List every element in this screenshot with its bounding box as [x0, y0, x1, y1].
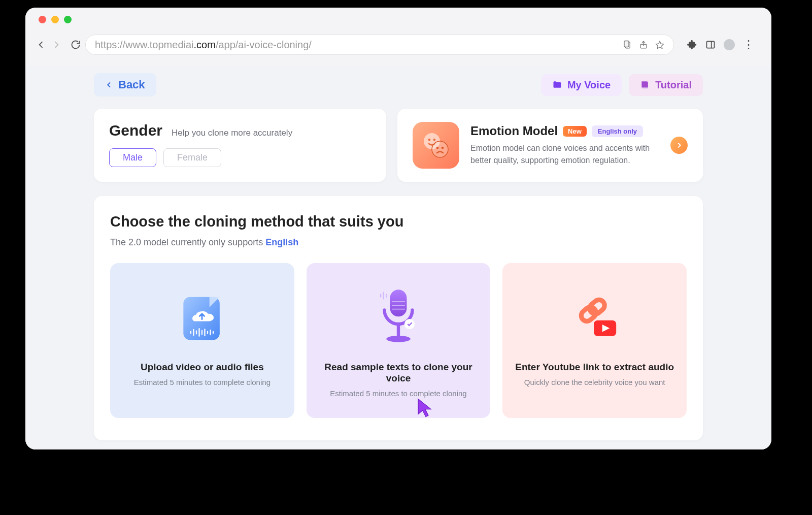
- tutorial-label: Tutorial: [655, 79, 692, 91]
- back-label: Back: [118, 78, 145, 91]
- svg-rect-6: [641, 87, 648, 88]
- method-subtext-lang: English: [265, 237, 298, 247]
- book-icon: [640, 80, 650, 90]
- star-icon[interactable]: [655, 40, 664, 49]
- new-badge: New: [563, 126, 587, 137]
- browser-ext-icons: ⋮: [678, 39, 761, 50]
- svg-rect-34: [587, 298, 606, 316]
- youtube-title: Enter Youtube link to extract audio: [513, 362, 676, 373]
- emotion-arrow-icon[interactable]: [670, 137, 688, 154]
- nav-forward-icon[interactable]: [51, 39, 62, 50]
- content-container: Back My Voice Tutorial Gender: [94, 66, 703, 440]
- method-card-youtube[interactable]: Enter Youtube link to extract audio Quic…: [502, 263, 687, 418]
- method-subtext: The 2.0 model currently only supports En…: [110, 237, 687, 248]
- youtube-title-pre: Enter: [515, 362, 543, 372]
- youtube-desc: Quickly clone the celebrity voice you wa…: [513, 378, 676, 387]
- svg-point-11: [436, 147, 439, 149]
- page-header-row: Back My Voice Tutorial: [94, 73, 703, 96]
- address-bar[interactable]: https://www.topmediai.com/app/ai-voice-c…: [85, 35, 674, 55]
- url-path: /app/ai-voice-cloning/: [216, 39, 312, 51]
- gender-option-female[interactable]: Female: [163, 148, 221, 167]
- upload-cloud-icon: [120, 285, 284, 351]
- share-icon[interactable]: [639, 40, 648, 49]
- svg-point-12: [442, 147, 444, 149]
- my-voice-label: My Voice: [567, 79, 611, 91]
- browser-chrome: https://www.topmediai.com/app/ai-voice-c…: [25, 8, 771, 66]
- upload-title: Upload video or audio files: [120, 362, 284, 373]
- url-domain-suffix: .com: [194, 39, 216, 51]
- window-maximize-icon[interactable]: [64, 16, 72, 23]
- gender-title: Gender: [109, 122, 162, 139]
- emotion-desc: Emotion model can clone voices and accen…: [470, 142, 659, 167]
- gender-card: Gender Help you clone more accurately Ma…: [94, 109, 386, 182]
- upload-title-rest: files: [242, 362, 263, 372]
- svg-point-10: [432, 141, 448, 157]
- traffic-lights: [25, 8, 771, 23]
- read-title-hl: Read sample texts: [324, 362, 409, 372]
- folder-voice-icon: [552, 80, 562, 90]
- upload-title-hl: Upload video or audio: [141, 362, 242, 372]
- cloning-method-section: Choose the cloning method that suits you…: [94, 196, 703, 440]
- method-card-read[interactable]: Read sample texts to clone your voice Es…: [307, 263, 491, 418]
- page-body: Back My Voice Tutorial Gender: [25, 66, 771, 449]
- extensions-icon[interactable]: [687, 40, 697, 50]
- link-youtube-icon: [513, 285, 676, 351]
- method-subtext-pre: The 2.0 model currently only supports: [110, 237, 265, 247]
- youtube-title-rest: to extract audio: [599, 362, 674, 372]
- svg-point-29: [404, 319, 415, 329]
- browser-window: https://www.topmediai.com/app/ai-voice-c…: [25, 8, 771, 449]
- svg-point-28: [386, 336, 411, 342]
- method-heading: Choose the cloning method that suits you: [110, 213, 687, 230]
- url-scheme: https://www.topmediai: [95, 39, 194, 51]
- address-bar-icons: [623, 40, 664, 49]
- svg-rect-4: [707, 41, 715, 48]
- gender-option-male[interactable]: Male: [109, 148, 156, 167]
- back-button[interactable]: Back: [94, 73, 156, 96]
- svg-rect-23: [390, 289, 407, 316]
- profile-avatar-icon[interactable]: [724, 39, 735, 50]
- header-actions: My Voice Tutorial: [541, 74, 703, 96]
- svg-point-9: [433, 139, 436, 141]
- my-voice-button[interactable]: My Voice: [541, 74, 622, 96]
- gender-subtitle: Help you clone more accurately: [172, 128, 292, 138]
- svg-rect-1: [624, 41, 629, 47]
- browser-nav-row: https://www.topmediai.com/app/ai-voice-c…: [25, 23, 771, 55]
- upload-desc: Estimated 5 minutes to complete cloning: [120, 378, 284, 387]
- window-close-icon[interactable]: [39, 16, 46, 23]
- emotion-faces-icon: [413, 122, 459, 169]
- svg-marker-3: [656, 41, 664, 48]
- svg-point-8: [428, 139, 431, 141]
- emotion-title: Emotion Model: [470, 124, 558, 138]
- nav-reload-icon[interactable]: [70, 39, 81, 50]
- method-card-upload[interactable]: Upload video or audio files Estimated 5 …: [110, 263, 294, 418]
- emotion-text: Emotion Model New English only Emotion m…: [470, 124, 659, 167]
- youtube-title-hl: Youtube link: [543, 362, 600, 372]
- nav-back-icon[interactable]: [36, 39, 47, 50]
- read-title: Read sample texts to clone your voice: [317, 362, 481, 384]
- settings-cards-row: Gender Help you clone more accurately Ma…: [94, 109, 703, 182]
- cursor-icon: [416, 398, 436, 418]
- english-only-badge: English only: [592, 125, 643, 137]
- gender-options: Male Female: [109, 148, 371, 167]
- clipboard-icon[interactable]: [623, 40, 632, 49]
- microphone-icon: [317, 285, 481, 351]
- read-desc: Estimated 5 minutes to complete cloning: [317, 389, 481, 398]
- panel-icon[interactable]: [705, 40, 716, 50]
- emotion-model-card[interactable]: Emotion Model New English only Emotion m…: [397, 109, 703, 182]
- kebab-menu-icon[interactable]: ⋮: [743, 39, 754, 50]
- window-minimize-icon[interactable]: [51, 16, 59, 23]
- tutorial-button[interactable]: Tutorial: [629, 74, 703, 96]
- method-cards: Upload video or audio files Estimated 5 …: [110, 263, 687, 418]
